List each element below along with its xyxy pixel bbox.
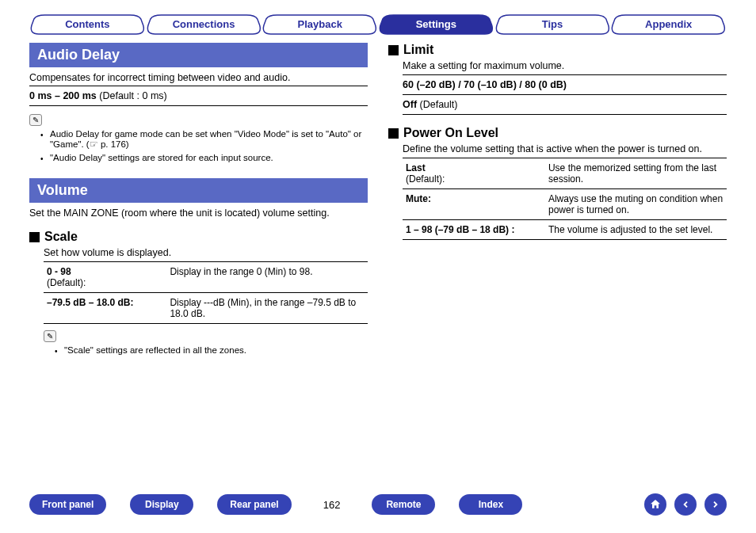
limit-options: 60 (–20 dB) / 70 (–10 dB) / 80 (0 dB) <box>403 77 727 93</box>
limit-heading: Limit <box>388 43 727 57</box>
power-on-heading-text: Power On Level <box>403 126 498 140</box>
audio-delay-notes: Audio Delay for game mode can be set whe… <box>29 128 368 164</box>
option-value: The volume is adjusted to the set level. <box>545 220 727 240</box>
volume-header: Volume <box>29 178 368 203</box>
tab-tips[interactable]: Tips <box>494 14 611 35</box>
square-bullet-icon <box>388 128 399 139</box>
option-key: 0 - 98 (Default): <box>44 262 166 293</box>
option-key: 1 – 98 (–79 dB – 18 dB) : <box>403 220 545 240</box>
scale-table: 0 - 98 (Default): Display in the range 0… <box>44 261 368 324</box>
tab-label: Playback <box>297 18 342 30</box>
scale-notes: "Scale" settings are reflected in all th… <box>44 344 368 356</box>
front-panel-button[interactable]: Front panel <box>29 494 106 515</box>
option-key: Last (Default): <box>403 158 545 189</box>
tab-playback[interactable]: Playback <box>262 14 378 35</box>
page-number: 162 <box>315 499 349 511</box>
scale-heading: Scale <box>29 230 368 244</box>
home-button[interactable] <box>644 493 666 516</box>
tab-label: Appendix <box>645 18 692 30</box>
tab-connections[interactable]: Connections <box>146 14 262 35</box>
volume-desc: Set the MAIN ZONE (room where the unit i… <box>29 207 368 219</box>
right-column: Limit Make a setting for maximum volume.… <box>388 43 727 356</box>
table-row: Mute: Always use the muting on condition… <box>403 189 727 220</box>
power-on-desc: Define the volume setting that is active… <box>403 143 727 154</box>
option-value: Display ---dB (Min), in the range –79.5 … <box>166 293 368 324</box>
square-bullet-icon <box>388 45 399 55</box>
option-value: Always use the muting on condition when … <box>545 189 727 220</box>
limit-heading-text: Limit <box>403 43 433 57</box>
tab-settings[interactable]: Settings <box>378 14 494 35</box>
prev-page-button[interactable] <box>674 493 697 516</box>
tab-label: Settings <box>416 18 456 30</box>
audio-delay-range-default: (Default : 0 ms) <box>97 90 167 101</box>
tab-appendix[interactable]: Appendix <box>610 14 727 35</box>
audio-delay-header: Audio Delay <box>29 43 368 67</box>
rear-panel-button[interactable]: Rear panel <box>217 494 291 515</box>
left-column: Audio Delay Compensates for incorrect ti… <box>29 43 368 356</box>
note-item: "Audio Delay" settings are stored for ea… <box>44 151 368 164</box>
pencil-note-icon: ✎ <box>44 330 56 342</box>
table-row: 0 - 98 (Default): Display in the range 0… <box>44 262 368 293</box>
note-text: Audio Delay for game mode can be set whe… <box>50 129 361 149</box>
option-key: –79.5 dB – 18.0 dB: <box>44 293 166 324</box>
tab-label: Contents <box>65 18 109 30</box>
table-row: –79.5 dB – 18.0 dB: Display ---dB (Min),… <box>44 293 368 324</box>
power-on-table: Last (Default): Use the memorized settin… <box>403 158 727 240</box>
tab-label: Connections <box>173 18 235 30</box>
audio-delay-range-value: 0 ms – 200 ms <box>29 90 97 101</box>
display-button[interactable]: Display <box>130 494 193 515</box>
square-bullet-icon <box>29 232 40 242</box>
audio-delay-desc: Compensates for incorrect timing between… <box>29 72 368 83</box>
scale-desc: Set how volume is displayed. <box>44 247 368 258</box>
option-key: Mute: <box>403 189 545 220</box>
tab-contents[interactable]: Contents <box>29 14 146 35</box>
index-button[interactable]: Index <box>459 494 522 515</box>
tab-label: Tips <box>542 18 563 30</box>
scale-heading-text: Scale <box>44 230 78 244</box>
limit-default: Off (Default) <box>403 97 727 112</box>
note-item: Audio Delay for game mode can be set whe… <box>44 128 368 151</box>
option-value: Use the memorized setting from the last … <box>545 158 727 189</box>
table-row: Last (Default): Use the memorized settin… <box>403 158 727 189</box>
table-row: 1 – 98 (–79 dB – 18 dB) : The volume is … <box>403 220 727 240</box>
top-tabs: Contents Connections Playback Settings T… <box>29 14 727 35</box>
pencil-note-icon: ✎ <box>29 114 42 126</box>
bottom-bar: Front panel Display Rear panel 162 Remot… <box>29 493 727 516</box>
next-page-button[interactable] <box>704 493 727 516</box>
audio-delay-range: 0 ms – 200 ms (Default : 0 ms) <box>29 88 368 104</box>
limit-desc: Make a setting for maximum volume. <box>403 60 727 71</box>
nav-icons <box>644 493 727 516</box>
option-value: Display in the range 0 (Min) to 98. <box>166 262 368 293</box>
content-area: Audio Delay Compensates for incorrect ti… <box>29 43 727 356</box>
remote-button[interactable]: Remote <box>372 494 435 515</box>
power-on-heading: Power On Level <box>388 126 727 140</box>
note-item: "Scale" settings are reflected in all th… <box>58 344 368 356</box>
